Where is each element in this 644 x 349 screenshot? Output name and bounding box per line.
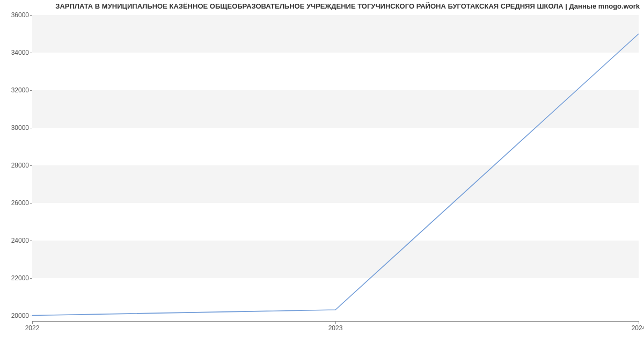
y-tick-label: 36000 — [2, 11, 29, 19]
y-tick-mark — [30, 53, 32, 53]
y-tick-label: 28000 — [2, 162, 29, 169]
y-tick-mark — [30, 128, 32, 128]
y-tick-label: 30000 — [2, 124, 29, 132]
y-tick-mark — [30, 165, 32, 166]
y-tick-label: 32000 — [2, 86, 29, 94]
x-tick-mark — [32, 321, 33, 324]
chart-title: ЗАРПЛАТА В МУНИЦИПАЛЬНОЕ КАЗЁННОЕ ОБЩЕОБ… — [0, 2, 640, 10]
series-path — [32, 34, 639, 316]
y-tick-label: 20000 — [2, 312, 29, 319]
x-tick-label: 2023 — [328, 324, 343, 332]
y-tick-mark — [30, 278, 32, 279]
y-tick-label: 26000 — [2, 199, 29, 207]
plot-area — [32, 15, 639, 322]
x-tick-mark — [335, 321, 336, 324]
y-tick-label: 34000 — [2, 49, 29, 56]
x-tick-label: 2022 — [25, 324, 40, 332]
line-series — [32, 15, 639, 321]
y-tick-label: 24000 — [2, 237, 29, 244]
y-tick-mark — [30, 90, 32, 91]
x-tick-mark — [639, 321, 639, 324]
y-tick-mark — [30, 316, 32, 316]
chart-container: ЗАРПЛАТА В МУНИЦИПАЛЬНОЕ КАЗЁННОЕ ОБЩЕОБ… — [0, 0, 644, 349]
y-tick-mark — [30, 15, 32, 16]
x-tick-label: 2024 — [632, 324, 644, 332]
y-tick-label: 22000 — [2, 274, 29, 282]
y-tick-mark — [30, 203, 32, 203]
y-tick-mark — [30, 241, 32, 241]
